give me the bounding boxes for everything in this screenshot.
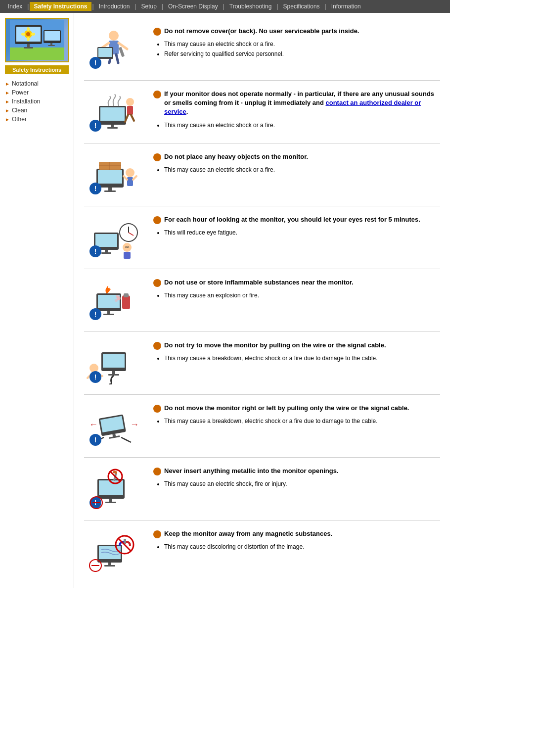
nav-sep-2: | [91, 3, 95, 10]
arrow-icon-clean: ► [5, 108, 10, 113]
nav-sep-5: | [222, 3, 225, 10]
contact-link[interactable]: contact an authorized dealer or service [164, 99, 421, 115]
nav-sep-4: | [161, 3, 164, 10]
nav-sep-1: | [26, 3, 30, 10]
item-title-text-6: Do not try to move the monitor by pullin… [164, 341, 386, 350]
svg-text:!: ! [94, 373, 97, 381]
item-title-2: If your monitor does not operate normall… [153, 90, 440, 117]
svg-rect-107 [104, 565, 115, 567]
svg-point-6 [27, 27, 30, 31]
item-title-1: Do not remove cover(or back). No user se… [153, 27, 440, 36]
item-image-9 [84, 529, 143, 574]
nav-item-troubleshoot[interactable]: Troubleshooting [225, 2, 276, 11]
svg-line-87 [121, 437, 131, 442]
svg-rect-40 [104, 190, 116, 192]
sidebar-item-notational[interactable]: ► Notational [5, 79, 69, 88]
arrow-icon-installation: ► [5, 99, 10, 104]
bullet-8-1: This may cause an electric shock, fire o… [164, 479, 440, 488]
item-bullets-1: This may cause an electric shock or a fi… [164, 40, 440, 58]
illus-unplug: ! [87, 91, 141, 133]
svg-point-76 [89, 364, 98, 373]
arrow-icon-power: ► [5, 90, 10, 95]
illus-eye-rest: ! [87, 217, 141, 259]
svg-rect-32 [127, 106, 133, 115]
item-text-5: Do not use or store inflammable substanc… [153, 278, 440, 301]
bullet-9-1: This may cause discoloring or distortion… [164, 542, 440, 551]
arrow-icon-notational: ► [5, 81, 10, 87]
svg-rect-58 [124, 252, 131, 259]
item-bullets-3: This may cause an electric shock or a fi… [164, 165, 440, 174]
sidebar-item-installation[interactable]: ► Installation [5, 97, 69, 106]
item-text-8: Never insert anything metallic into the … [153, 467, 440, 489]
bullet-2-1: This may cause an electric shock or a fi… [164, 121, 440, 130]
svg-rect-65 [122, 295, 130, 309]
svg-text:→: → [130, 420, 139, 429]
svg-rect-24 [119, 47, 125, 57]
safety-item-9: Keep the monitor away from any magnetic … [84, 520, 440, 583]
svg-point-5 [26, 32, 30, 36]
svg-rect-51 [95, 234, 117, 247]
warning-dot-7 [153, 405, 161, 413]
item-bullets-6: This may cause a breakdown, electric sho… [164, 354, 440, 363]
hero-illustration [10, 20, 64, 60]
safety-item-5: ! Do not use or store inflammable substa… [84, 269, 440, 332]
item-title-text-2: If your monitor does not operate normall… [164, 90, 440, 117]
item-title-text-8: Never insert anything metallic into the … [164, 467, 339, 475]
item-text-3: Do not place any heavy objects on the mo… [153, 152, 440, 175]
nav-item-safety[interactable]: Safety Instructions [30, 2, 91, 11]
sidebar-hero-image [5, 18, 69, 62]
nav-item-intro[interactable]: Introduction [95, 2, 134, 11]
safety-item-4: ! For each hour of looking at the monito… [84, 206, 440, 269]
svg-rect-108 [124, 539, 126, 544]
svg-point-68 [115, 299, 118, 302]
sidebar-item-clean[interactable]: ► Clean [5, 106, 69, 115]
item-title-text-9: Keep the monitor away from any magnetic … [164, 529, 332, 538]
item-image-4: ! [84, 215, 143, 260]
item-bullets-9: This may cause discoloring or distortion… [164, 542, 440, 551]
illus-no-magnetic [87, 531, 141, 573]
svg-rect-64 [103, 314, 114, 315]
svg-rect-66 [124, 293, 129, 297]
safety-item-2: ! If your monitor does not operate norma… [84, 81, 440, 143]
item-title-text-4: For each hour of looking at the monitor,… [164, 215, 420, 224]
item-bullets-7: This may cause a breakdown, electric sho… [164, 417, 440, 425]
svg-rect-39 [108, 188, 112, 191]
warning-dot-4 [153, 216, 161, 224]
svg-rect-73 [103, 354, 125, 368]
item-text-9: Keep the monitor away from any magnetic … [153, 529, 440, 552]
item-title-5: Do not use or store inflammable substanc… [153, 278, 440, 287]
svg-rect-38 [98, 170, 122, 184]
nav-item-setup[interactable]: Setup [137, 2, 160, 11]
nav-item-osd[interactable]: On-Screen Display [164, 2, 222, 11]
item-bullets-2: This may cause an electric shock or a fi… [164, 121, 440, 130]
warning-dot-8 [153, 468, 161, 475]
illus-no-pull-wire: ! [87, 342, 141, 384]
warning-dot-9 [153, 530, 161, 538]
svg-rect-23 [98, 48, 112, 57]
bullet-1-2: Refer servicing to qualified service per… [164, 49, 440, 58]
nav-item-index[interactable]: Index [4, 2, 26, 11]
item-title-9: Keep the monitor away from any magnetic … [153, 529, 440, 538]
bullet-7-1: This may cause a breakdown, electric sho… [164, 417, 440, 425]
item-image-3: ! [84, 152, 143, 197]
svg-text:!: ! [94, 122, 97, 130]
svg-rect-94 [109, 499, 112, 502]
sidebar-label-other: Other [12, 116, 27, 123]
sidebar-title: Safety Instructions [5, 65, 69, 74]
nav-item-info[interactable]: Information [327, 2, 365, 11]
svg-line-34 [131, 115, 134, 121]
sidebar-label-power: Power [12, 89, 29, 96]
sidebar-item-power[interactable]: ► Power [5, 88, 69, 97]
svg-line-47 [133, 176, 136, 180]
item-text-4: For each hour of looking at the monitor,… [153, 215, 440, 238]
item-image-6: ! [84, 341, 143, 385]
item-image-2: ! [84, 90, 143, 134]
item-text-6: Do not try to move the monitor by pullin… [153, 341, 440, 364]
warning-dot-2 [153, 91, 161, 98]
item-text-1: Do not remove cover(or back). No user se… [153, 27, 440, 59]
sidebar-item-other[interactable]: ► Other [5, 115, 69, 124]
svg-rect-45 [127, 177, 133, 186]
item-title-8: Never insert anything metallic into the … [153, 467, 440, 475]
nav-item-specs[interactable]: Specifications [279, 2, 324, 11]
svg-point-8 [21, 33, 25, 36]
